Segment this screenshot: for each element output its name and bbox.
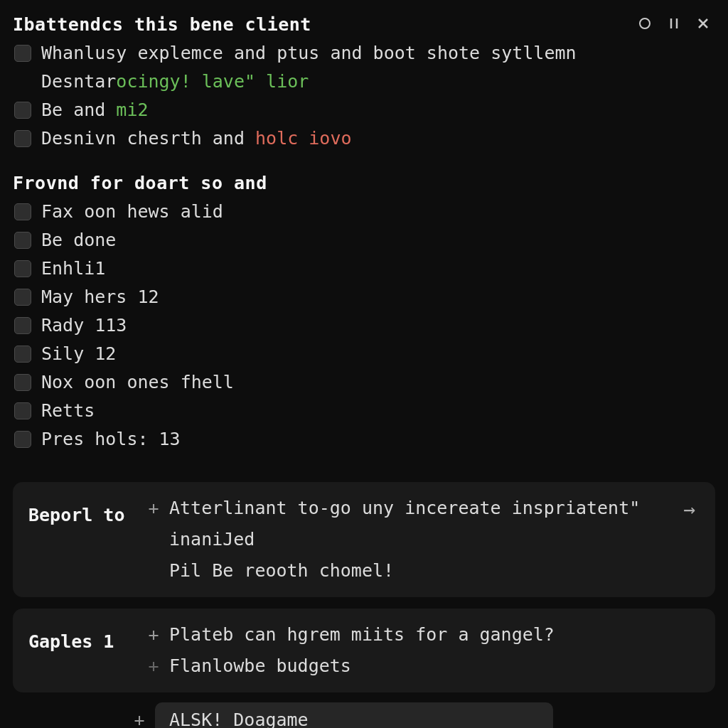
task-item[interactable]: May hers 12 xyxy=(14,283,715,311)
checkbox-icon[interactable] xyxy=(14,102,31,119)
text-segment: Fax oon hews alid xyxy=(41,201,223,222)
card-label: Gaples 1 xyxy=(28,621,135,652)
checkbox-icon[interactable] xyxy=(14,45,31,62)
task-text: Fax oon hews alid xyxy=(41,198,223,226)
suggestion-card[interactable]: Beporl to+Atterlinant to-go uny incereat… xyxy=(13,482,715,597)
plus-icon[interactable]: + xyxy=(148,495,159,522)
task-item[interactable]: Enhli1 xyxy=(14,255,715,283)
text-segment: ocingy! lave" lior xyxy=(116,71,309,92)
task-text: Whanlusy explemce and ptus and boot shot… xyxy=(41,39,577,68)
task-item[interactable]: Be done xyxy=(14,226,715,255)
checkbox-icon[interactable] xyxy=(14,374,31,391)
text-segment: Whanlusy explemce and ptus and boot shot… xyxy=(41,43,577,63)
task-item[interactable]: Whanlusy explemce and ptus and boot shot… xyxy=(14,39,715,68)
task-text: Enhli1 xyxy=(41,255,105,283)
plus-icon[interactable]: + xyxy=(148,653,159,680)
task-text: May hers 12 xyxy=(41,283,159,311)
task-text: Be and mi2 xyxy=(41,96,149,124)
svg-point-0 xyxy=(640,18,650,28)
task-item[interactable]: Pres hols: 13 xyxy=(14,425,715,454)
checkbox-icon[interactable] xyxy=(14,130,31,147)
card-line-text: Plateb can hgrem miits for a gangel? xyxy=(169,621,555,648)
checkbox-icon[interactable] xyxy=(14,203,31,220)
task-item[interactable]: Rady 113 xyxy=(14,311,715,340)
checkbox-icon[interactable] xyxy=(14,260,31,277)
text-segment: Be and xyxy=(41,100,116,120)
task-item[interactable]: Sily 12 xyxy=(14,340,715,368)
card-line: Pil Be reooth chomel! xyxy=(148,557,670,584)
checkbox-icon[interactable] xyxy=(14,289,31,306)
task-text: Sily 12 xyxy=(41,340,116,368)
text-segment: Rady 113 xyxy=(41,315,127,336)
text-segment: holc iovo xyxy=(255,128,351,149)
card-line: +Plateb can hgrem miits for a gangel? xyxy=(148,621,700,648)
card-line-text: Pil Be reooth chomel! xyxy=(169,557,394,584)
checkbox-icon[interactable] xyxy=(14,232,31,249)
plus-icon[interactable]: + xyxy=(148,621,159,648)
checkbox-icon[interactable] xyxy=(14,431,31,448)
task-subtext: Desntarocingy! lave" lior xyxy=(41,68,715,96)
card-label: Beporl to xyxy=(28,495,135,525)
section-title: Frovnd for doart so and xyxy=(13,173,715,193)
suggestion-card[interactable]: Gaples 1+Plateb can hgrem miits for a ga… xyxy=(13,609,715,692)
checkbox-icon[interactable] xyxy=(14,346,31,363)
card-line-text: inaniJed xyxy=(169,526,255,553)
text-segment: Desnivn chesrth and xyxy=(41,128,255,149)
text-segment: Sily 12 xyxy=(41,343,116,364)
task-text: Nox oon ones fhell xyxy=(41,368,234,397)
text-segment: mi2 xyxy=(116,100,148,120)
section-title: Ibattendcs this bene client xyxy=(13,14,311,35)
task-text: Rady 113 xyxy=(41,311,127,340)
arrow-right-icon[interactable]: → xyxy=(683,495,700,521)
text-segment: Retts xyxy=(41,400,95,421)
checkbox-icon[interactable] xyxy=(14,317,31,334)
task-item[interactable]: Desnivn chesrth and holc iovo xyxy=(14,124,715,153)
task-text: Be done xyxy=(41,226,116,255)
text-segment: Nox oon ones fhell xyxy=(41,372,234,392)
pause-icon[interactable] xyxy=(668,17,680,33)
task-item[interactable]: Nox oon ones fhell xyxy=(14,368,715,397)
task-text: Retts xyxy=(41,397,95,425)
card-line: +Flanlowbe budgets xyxy=(148,653,700,680)
window-controls xyxy=(638,13,715,33)
suggestion-chip[interactable]: ALSK! Doagame xyxy=(155,702,553,728)
text-segment: Pres hols: 13 xyxy=(41,429,181,449)
close-icon[interactable] xyxy=(697,17,710,33)
task-text: Desnivn chesrth and holc iovo xyxy=(41,124,352,153)
task-item[interactable]: Retts xyxy=(14,397,715,425)
text-segment: Be done xyxy=(41,230,116,250)
plus-icon[interactable]: + xyxy=(134,710,145,728)
minimize-icon[interactable] xyxy=(638,17,651,33)
card-line-text: Atterlinant to-go uny incereate inspriat… xyxy=(169,495,640,522)
text-segment: Desntar xyxy=(41,71,116,92)
card-line: inaniJed xyxy=(148,526,670,553)
card-line-text: Flanlowbe budgets xyxy=(169,653,351,680)
card-line: +Atterlinant to-go uny incereate inspria… xyxy=(148,495,670,522)
task-item[interactable]: Fax oon hews alid xyxy=(14,198,715,226)
text-segment: May hers 12 xyxy=(41,287,159,307)
checkbox-icon[interactable] xyxy=(14,402,31,419)
task-text: Pres hols: 13 xyxy=(41,425,181,454)
text-segment: Enhli1 xyxy=(41,258,105,279)
task-item[interactable]: Be and mi2 xyxy=(14,96,715,124)
